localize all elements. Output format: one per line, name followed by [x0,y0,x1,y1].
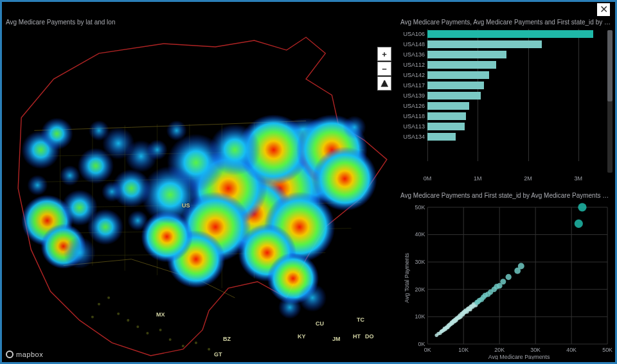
bar-category-label: USA136 [397,51,427,58]
dashboard-grid: Avg Medicare Payments by lat and lon [2,16,615,362]
mapbox-logo-icon [6,351,13,358]
bar-track [427,40,604,48]
bar-x-tick: 1M [474,175,482,182]
svg-point-32 [89,120,109,141]
map-home-button[interactable]: ⯅ [377,76,391,91]
bar-row[interactable]: USA113 [397,121,604,132]
home-icon: ⯅ [380,79,389,89]
bar-track [427,123,604,130]
svg-point-21 [87,209,123,245]
map-country-label: JM [332,336,341,342]
scatter-y-tick: 30K [415,259,425,265]
bar-row[interactable]: USA139 [397,91,604,101]
scatter-y-label: Avg Total Payments [404,252,410,302]
map-country-label: KY [298,333,306,340]
bar-track [427,82,604,89]
scatter-panel: Avg Medicare Payments and First state_id… [397,189,615,363]
bar-category-label: USA112 [397,62,427,68]
svg-point-30 [147,139,167,160]
bar-row[interactable]: USA142 [397,70,604,80]
bar-row[interactable]: USA117 [397,80,604,91]
bar-scrollbar-thumb[interactable] [607,30,613,101]
scatter-point[interactable] [506,273,512,279]
scatter-x-tick: 40K [566,346,577,352]
bar-fill [427,61,496,69]
map-body[interactable]: USMXCUKYBZGTJMTCHTDO + − ⯅ mapbox [2,28,397,362]
bar-row[interactable]: USA126 [397,101,604,111]
svg-point-38 [127,319,129,322]
svg-point-41 [159,329,162,331]
svg-point-48 [91,316,94,318]
bar-category-label: USA117 [397,82,427,89]
map-controls: + − ⯅ [377,47,391,91]
bar-scrollbar[interactable] [607,30,613,173]
svg-point-33 [27,175,48,195]
bar-fill [427,133,456,141]
svg-point-43 [182,345,184,347]
scatter-x-label: Avg Medicare Payments [488,353,550,360]
bar-track [427,92,604,100]
svg-point-29 [127,211,148,231]
svg-point-44 [195,342,197,344]
scatter-y-tick: 20K [415,286,425,292]
bar-category-label: USA118 [397,113,427,119]
scatter-point[interactable] [575,219,583,227]
svg-point-34 [298,284,326,312]
map-country-label: CU [316,320,324,327]
scatter-y-tick: 0K [418,340,425,347]
svg-point-28 [102,181,122,202]
scatter-point[interactable] [518,263,524,269]
plus-icon: + [382,49,387,59]
scatter-x-tick: 20K [494,346,505,352]
svg-point-14 [141,166,199,223]
zoom-out-button[interactable]: − [377,62,391,76]
bar-row[interactable]: USA148 [397,39,604,49]
bar-row[interactable]: USA134 [397,132,604,142]
bar-track [427,133,604,141]
map-attribution: mapbox [6,351,43,358]
map-country-label: TC [357,316,364,323]
bar-row[interactable]: USA112 [397,60,604,70]
bar-track [427,51,604,58]
bar-track [427,61,604,69]
svg-point-26 [64,237,96,269]
bar-category-label: USA139 [397,92,427,99]
svg-point-36 [343,116,366,139]
svg-point-35 [278,296,301,319]
bar-track [427,102,604,110]
svg-point-37 [117,313,120,315]
scatter-y-tick: 50K [415,204,425,210]
map-panel: Avg Medicare Payments by lat and lon [2,16,397,362]
svg-point-19 [40,117,73,150]
bar-row[interactable]: USA136 [397,49,604,60]
map-title: Avg Medicare Payments by lat and lon [2,16,397,28]
minus-icon: − [382,64,387,74]
scatter-point[interactable] [578,203,586,211]
bar-fill [427,30,593,38]
bar-fill [427,71,489,79]
dashboard-window: ✕ Avg Medicare Payments by lat and lon [0,0,617,364]
svg-point-39 [136,325,139,328]
heatmap-svg [2,28,397,362]
map-country-label: US [182,202,190,209]
svg-point-31 [166,120,187,141]
attribution-text: mapbox [16,351,43,358]
bar-chart-title: Avg Medicare Payments, Avg Medicare Paym… [397,16,615,28]
scatter-body: 0K10K20K30K40K50K 0K10K20K30K40K50K Avg … [400,202,613,360]
bar-x-tick: 2M [524,175,532,182]
scatter-x-tick: 10K [458,346,469,352]
bar-chart-panel: Avg Medicare Payments, Avg Medicare Paym… [397,16,615,189]
bar-track [427,30,604,38]
zoom-in-button[interactable]: + [377,47,391,61]
bar-row[interactable]: USA106 [397,29,604,39]
map-country-label: BZ [223,336,231,342]
close-button[interactable]: ✕ [597,3,610,16]
svg-point-47 [107,297,110,299]
svg-point-40 [146,332,148,334]
bar-fill [427,123,465,130]
map-country-label: DO [365,333,374,340]
bar-fill [427,82,484,89]
scatter-point[interactable] [500,279,506,284]
bar-x-tick: 0M [424,175,432,182]
bar-row[interactable]: USA118 [397,111,604,121]
